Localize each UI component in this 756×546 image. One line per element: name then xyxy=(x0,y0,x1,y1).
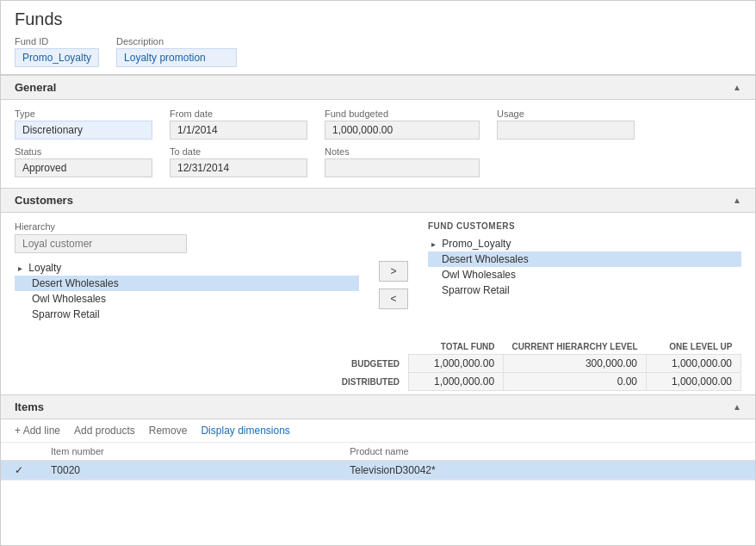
general-chevron-icon: ▲ xyxy=(733,83,741,92)
customers-middle-panel: > < xyxy=(359,221,428,322)
add-customer-button[interactable]: > xyxy=(379,261,407,282)
fund-tree-label-desert: Desert Wholesales xyxy=(442,253,529,265)
add-line-button[interactable]: + Add line xyxy=(15,425,60,437)
customers-right-panel: FUND CUSTOMERS ▸ Promo_Loyalty Desert Wh… xyxy=(428,221,741,322)
fund-customers-label: FUND CUSTOMERS xyxy=(428,221,741,231)
totals-col-total-fund: TOTAL FUND xyxy=(409,339,504,355)
distributed-total-fund: 1,000,000.00 xyxy=(409,373,504,391)
fund-tree-label-owl: Owl Wholesales xyxy=(442,269,516,281)
items-toolbar: + Add line Add products Remove Display d… xyxy=(1,419,755,443)
items-chevron-icon: ▲ xyxy=(733,402,741,412)
table-row[interactable]: ✓ T0020 TelevisionD30042* xyxy=(1,461,755,481)
tree-label-loyalty: Loyalty xyxy=(28,262,61,274)
status-label: Status xyxy=(15,146,152,157)
tree-item-sparrow[interactable]: Sparrow Retail xyxy=(15,307,359,322)
left-tree: ▸ Loyalty Desert Wholesales Owl Wholesal… xyxy=(15,260,359,322)
checkmark-icon: ✓ xyxy=(15,464,23,476)
to-date-input[interactable] xyxy=(170,158,307,177)
totals-table: TOTAL FUND CURRENT HIERARCHY LEVEL ONE L… xyxy=(333,339,741,391)
display-dimensions-button[interactable]: Display dimensions xyxy=(201,425,289,437)
distributed-label: DISTRIBUTED xyxy=(333,373,409,391)
hierarchy-label: Hierarchy xyxy=(15,221,359,232)
budgeted-label: BUDGETED xyxy=(333,355,409,373)
remove-button[interactable]: Remove xyxy=(149,425,188,437)
add-products-button[interactable]: Add products xyxy=(74,425,135,437)
page-container: Funds Fund ID Promo_Loyalty Description … xyxy=(0,0,756,546)
tree-label-sparrow: Sparrow Retail xyxy=(32,308,100,320)
hierarchy-input[interactable] xyxy=(15,234,187,253)
spacer-1 xyxy=(497,146,635,177)
fund-desc-group: Description Loyalty promotion xyxy=(116,36,237,67)
tree-item-loyalty[interactable]: ▸ Loyalty xyxy=(15,260,359,276)
tree-arrow-loyalty: ▸ xyxy=(18,264,22,273)
notes-group: Notes xyxy=(325,146,480,177)
type-group: Type xyxy=(15,109,152,140)
customers-left-panel: Hierarchy ▸ Loyalty Desert Wholesales Ow… xyxy=(15,221,359,322)
usage-input[interactable] xyxy=(497,121,635,140)
fund-desc-input[interactable]: Loyalty promotion xyxy=(116,48,237,67)
fund-tree-item-desert[interactable]: Desert Wholesales xyxy=(428,251,741,267)
fund-id-label: Fund ID xyxy=(15,36,99,47)
totals-col-one-level-up: ONE LEVEL UP xyxy=(647,339,741,355)
fund-id-input[interactable]: Promo_Loyalty xyxy=(15,48,99,67)
customers-chevron-icon: ▲ xyxy=(733,195,741,205)
tree-label-owl: Owl Wholesales xyxy=(32,293,106,305)
items-section-title: Items xyxy=(15,400,44,413)
usage-label: Usage xyxy=(497,109,635,119)
items-table: Item number Product name ✓ T0020 Televis… xyxy=(1,443,755,481)
to-date-label: To date xyxy=(170,146,307,157)
general-section-body: Type From date Fund budgeted Usage Statu… xyxy=(1,100,755,188)
fund-tree-item-owl[interactable]: Owl Wholesales xyxy=(428,267,741,282)
from-date-input[interactable] xyxy=(170,121,307,140)
fund-tree-arrow-promo: ▸ xyxy=(431,239,436,249)
status-input[interactable] xyxy=(15,158,152,177)
customers-section-title: Customers xyxy=(15,194,73,207)
general-section-title: General xyxy=(15,81,56,94)
fund-budgeted-label: Fund budgeted xyxy=(325,109,480,119)
distributed-one-level-up: 1,000,000.00 xyxy=(647,373,741,391)
col-item-number-header: Item number xyxy=(37,443,336,461)
remove-customer-button[interactable]: < xyxy=(379,289,407,309)
status-group: Status xyxy=(15,146,152,177)
fund-tree-label-sparrow: Sparrow Retail xyxy=(442,284,510,296)
right-tree: ▸ Promo_Loyalty Desert Wholesales Owl Wh… xyxy=(428,236,741,298)
budgeted-total-fund: 1,000,000.00 xyxy=(409,355,504,373)
type-input[interactable] xyxy=(15,121,152,140)
tree-item-desert[interactable]: Desert Wholesales xyxy=(15,276,359,291)
totals-col-current-hierarchy: CURRENT HIERARCHY LEVEL xyxy=(504,339,647,355)
to-date-group: To date xyxy=(170,146,307,177)
from-date-group: From date xyxy=(170,109,307,140)
distributed-current-hierarchy: 0.00 xyxy=(504,373,647,391)
fund-id-row: Fund ID Promo_Loyalty Description Loyalt… xyxy=(1,34,755,74)
totals-section: TOTAL FUND CURRENT HIERARCHY LEVEL ONE L… xyxy=(1,332,755,394)
usage-group: Usage xyxy=(497,109,635,140)
fund-id-group: Fund ID Promo_Loyalty xyxy=(15,36,99,67)
general-grid: Type From date Fund budgeted Usage Statu… xyxy=(15,109,741,177)
fund-tree-item-sparrow[interactable]: Sparrow Retail xyxy=(428,282,741,298)
items-section-header[interactable]: Items ▲ xyxy=(1,394,755,419)
items-table-header-row: Item number Product name xyxy=(1,443,755,461)
row-check: ✓ xyxy=(1,461,37,481)
col-product-name-header: Product name xyxy=(336,443,755,461)
fund-tree-item-promo[interactable]: ▸ Promo_Loyalty xyxy=(428,236,741,251)
fund-desc-label: Description xyxy=(116,36,237,47)
notes-input[interactable] xyxy=(325,158,480,177)
fund-budgeted-input[interactable] xyxy=(325,121,480,140)
fund-budgeted-group: Fund budgeted xyxy=(325,109,480,140)
budgeted-current-hierarchy: 300,000.00 xyxy=(504,355,647,373)
customers-section-header[interactable]: Customers ▲ xyxy=(1,188,755,213)
tree-item-owl[interactable]: Owl Wholesales xyxy=(15,291,359,307)
totals-row-distributed: DISTRIBUTED 1,000,000.00 0.00 1,000,000.… xyxy=(333,373,741,391)
row-product-name: TelevisionD30042* xyxy=(336,461,755,481)
general-section-header[interactable]: General ▲ xyxy=(1,75,755,100)
budgeted-one-level-up: 1,000,000.00 xyxy=(647,355,741,373)
notes-label: Notes xyxy=(325,146,480,157)
from-date-label: From date xyxy=(170,109,307,119)
page-title: Funds xyxy=(1,1,755,34)
customers-section-body: Hierarchy ▸ Loyalty Desert Wholesales Ow… xyxy=(1,213,755,332)
fund-tree-label-promo: Promo_Loyalty xyxy=(442,238,511,250)
row-item-number: T0020 xyxy=(37,461,336,481)
type-label: Type xyxy=(15,109,152,119)
tree-label-desert: Desert Wholesales xyxy=(32,277,119,289)
col-check-header xyxy=(1,443,37,461)
